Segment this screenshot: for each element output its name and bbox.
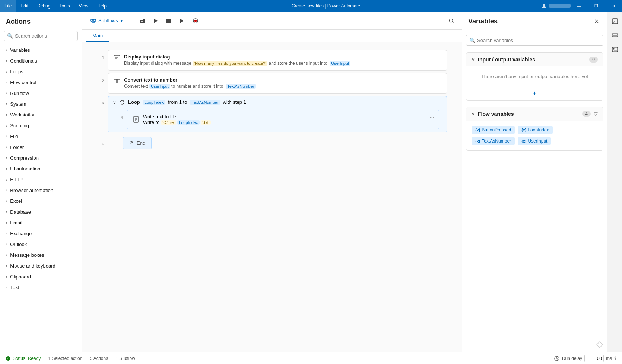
restore-button[interactable]: ❐ (588, 0, 605, 12)
stop-button[interactable] (163, 15, 175, 27)
run-button[interactable] (149, 15, 161, 27)
save-button[interactable] (136, 15, 148, 27)
flow-canvas[interactable]: 1 Display input dialog Display input dia… (82, 42, 462, 352)
subflows-button[interactable]: Subflows ▾ (86, 16, 127, 25)
loop-collapse-icon[interactable]: ∨ (113, 100, 116, 105)
end-block: End (108, 137, 152, 149)
variables-search-box[interactable]: 🔍 (466, 35, 603, 46)
chevron-icon: › (6, 70, 7, 74)
category-excel[interactable]: › Excel (0, 196, 82, 207)
category-ui-automation[interactable]: › UI automation (0, 163, 82, 174)
category-variables[interactable]: › Variables (0, 45, 82, 55)
category-runflow[interactable]: › Run flow (0, 88, 82, 99)
add-variable-button[interactable]: + (466, 87, 603, 100)
chevron-icon: › (6, 178, 7, 182)
category-flowcontrol[interactable]: › Flow control (0, 77, 82, 88)
input-output-collapse-icon: ∨ (472, 57, 475, 62)
subflows-chevron: ▾ (120, 18, 123, 23)
step-4-desc: Write to 'C:\file' LoopIndex '.txt' (143, 119, 211, 125)
step-card-1[interactable]: Display input dialog Display input dialo… (108, 50, 447, 71)
menu-file[interactable]: File (0, 0, 16, 12)
actions-count: 5 Actions (90, 356, 108, 361)
status-bar: Status: Ready 1 Selected action 5 Action… (0, 352, 622, 364)
record-button[interactable] (190, 15, 201, 27)
flow-variables-header[interactable]: ∨ Flow variables 4 ▽ (466, 107, 603, 121)
category-scripting[interactable]: › Scripting (0, 120, 82, 131)
category-conditionals[interactable]: › Conditionals (0, 55, 82, 66)
flow-step-4: 4 Write text to file Write to 'C:\file' … (116, 110, 439, 129)
sidebar-image-icon[interactable] (609, 43, 621, 56)
category-email[interactable]: › Email (0, 217, 82, 228)
var-tag-loopindex[interactable]: {x} LoopIndex (518, 126, 552, 134)
step-4-more-button[interactable]: ⋯ (428, 113, 436, 122)
variables-close-button[interactable]: ✕ (592, 17, 601, 26)
menu-view[interactable]: View (74, 0, 93, 12)
category-message-boxes[interactable]: › Message boxes (0, 250, 82, 261)
loop-body: 4 Write text to file Write to 'C:\file' … (108, 110, 447, 129)
minimize-button[interactable]: — (571, 0, 588, 12)
svg-marker-7 (154, 19, 158, 23)
category-loops[interactable]: › Loops (0, 66, 82, 77)
category-folder[interactable]: › Folder (0, 142, 82, 153)
var-tag-textasnumber[interactable]: {x} TextAsNumber (472, 137, 515, 145)
search-toolbar-button[interactable] (445, 15, 457, 27)
category-outlook[interactable]: › Outlook (0, 239, 82, 250)
canvas-area: Subflows ▾ (82, 12, 462, 352)
chevron-icon: › (6, 124, 7, 128)
svg-rect-19 (117, 79, 120, 83)
chevron-icon: › (6, 102, 7, 106)
sidebar-variables-icon[interactable]: x (609, 15, 621, 28)
category-compression[interactable]: › Compression (0, 153, 82, 163)
tab-main[interactable]: Main (86, 30, 109, 42)
flow-step-3: 3 ∨ Loop LoopIndex from 1 to TextAsNumbe… (97, 96, 447, 135)
loop-header[interactable]: ∨ Loop LoopIndex from 1 to TextAsNumber … (108, 96, 447, 108)
run-delay-area: Run delay ms ℹ (554, 355, 616, 362)
sidebar-layers-icon[interactable] (609, 29, 621, 42)
menu-edit[interactable]: Edit (16, 0, 33, 12)
category-clipboard[interactable]: › Clipboard (0, 271, 82, 282)
step-card-2[interactable]: Convert text to number Convert text User… (108, 73, 447, 94)
input-output-header[interactable]: ∨ Input / output variables 0 (466, 53, 603, 66)
category-browser-automation[interactable]: › Browser automation (0, 185, 82, 196)
run-delay-input[interactable] (585, 355, 603, 362)
chevron-icon: › (6, 232, 7, 236)
var-tag-buttonpressed[interactable]: {x} ButtonPressed (472, 126, 515, 134)
next-step-button[interactable] (176, 15, 188, 27)
close-button[interactable]: ✕ (605, 0, 622, 12)
flow-vars-filter-icon[interactable]: ▽ (594, 111, 598, 117)
step-1-link-var: 'How many files do you want to create?' (193, 61, 267, 66)
category-http[interactable]: › HTTP (0, 174, 82, 185)
loop-from: from 1 to (168, 99, 187, 105)
actions-search-input[interactable] (15, 33, 74, 39)
menu-help[interactable]: Help (93, 0, 111, 12)
category-mouse-keyboard[interactable]: › Mouse and keyboard (0, 261, 82, 271)
category-system[interactable]: › System (0, 99, 82, 109)
menu-tools[interactable]: Tools (55, 0, 74, 12)
category-exchange[interactable]: › Exchange (0, 228, 82, 239)
category-text[interactable]: › Text (0, 282, 82, 293)
flow-step-5: 5 End (97, 137, 447, 149)
tabs-bar: Main (82, 30, 462, 42)
category-file[interactable]: › File (0, 131, 82, 142)
step-2-title: Convert text to number (124, 77, 256, 83)
flow-variables-title: Flow variables (478, 111, 579, 117)
chevron-icon: › (6, 145, 7, 149)
category-workstation[interactable]: › Workstation (0, 109, 82, 120)
menu-debug[interactable]: Debug (33, 0, 55, 12)
flow-variables-section: ∨ Flow variables 4 ▽ {x} ButtonPressed {… (466, 107, 603, 151)
chevron-icon: › (6, 59, 7, 63)
actions-list: › Variables › Conditionals › Loops › Flo… (0, 45, 82, 352)
chevron-icon: › (6, 167, 7, 171)
step-card-4[interactable]: Write text to file Write to 'C:\file' Lo… (127, 110, 439, 129)
actions-search-box[interactable]: 🔍 (4, 31, 78, 41)
category-database[interactable]: › Database (0, 207, 82, 217)
var-tag-userinput[interactable]: {x} UserInput (518, 137, 551, 145)
dialog-icon (114, 55, 120, 63)
step-4-str2: '.txt' (201, 120, 211, 125)
chevron-icon: › (6, 221, 7, 225)
run-delay-spinner[interactable] (584, 355, 604, 362)
diamond-icon (596, 341, 603, 348)
svg-rect-8 (166, 19, 171, 23)
variables-header: Variables ✕ (462, 12, 607, 31)
variables-search-input[interactable] (477, 38, 600, 43)
